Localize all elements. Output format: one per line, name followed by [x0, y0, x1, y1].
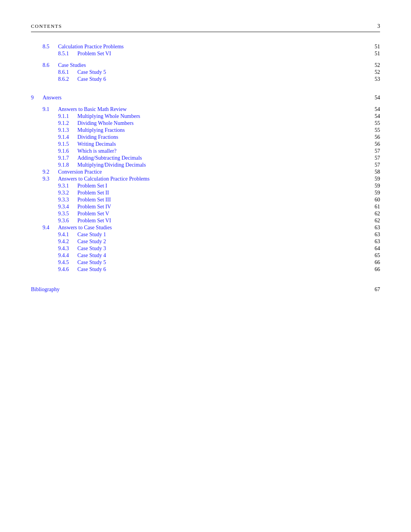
section-label-9-1: Answers to Basic Math Review	[58, 106, 127, 113]
toc-row-9-3-4[interactable]: 9.3.4 Problem Set IV 61	[58, 204, 380, 210]
section-num-9-1-2: 9.1.2	[58, 120, 77, 126]
page-8-6-2: 53	[368, 76, 380, 82]
section-num-9-2: 9.2	[43, 169, 58, 175]
page-9-4-2: 63	[368, 239, 380, 245]
toc-row-9-1[interactable]: 9.1 Answers to Basic Math Review 54	[43, 106, 380, 113]
dots-9-1-5	[118, 145, 366, 146]
dots-9-3-2	[111, 194, 366, 194]
page-9-4-3: 64	[368, 246, 380, 252]
section-label-9-4-5: Case Study 5	[77, 259, 106, 266]
section-num-8-5: 8.5	[43, 44, 58, 50]
section-num-9-4-5: 9.4.5	[58, 259, 77, 266]
toc-row-9-4-3[interactable]: 9.4.3 Case Study 3 64	[58, 246, 380, 252]
section-num-8-6-2: 8.6.2	[58, 76, 77, 82]
section-label-9-4-6: Case Study 6	[77, 266, 106, 273]
toc-row-9-4-4[interactable]: 9.4.4 Case Study 4 65	[58, 252, 380, 259]
section-label-8-6: Case Studies	[58, 62, 86, 68]
section-num-9-3-2: 9.3.2	[58, 190, 77, 196]
section-num-9-3-1: 9.3.1	[58, 183, 77, 189]
toc-row-9[interactable]: 9 Answers 54	[31, 95, 380, 101]
section-num-9-4-4: 9.4.4	[58, 252, 77, 259]
section-label-9-1-7: Adding/Subtracting Decimals	[77, 155, 142, 161]
dots-9-3-5	[111, 215, 366, 215]
bibliography-label: Bibliography	[31, 286, 60, 293]
section-label-9-1-1: Multiplying Whole Numbers	[77, 113, 140, 119]
page-9-1-1: 54	[368, 113, 380, 119]
section-num-9-1-4: 9.1.4	[58, 134, 77, 140]
section-label-8-6-1: Case Study 5	[77, 69, 106, 75]
toc-row-9-1-8[interactable]: 9.1.8 Multiplying/Dividing Decimals 57	[58, 162, 380, 168]
toc-row-9-1-3[interactable]: 9.1.3 Multiplying Fractions 55	[58, 127, 380, 133]
page-8-5-1: 51	[368, 51, 380, 57]
page-9-1-8: 57	[368, 162, 380, 168]
section-8-6: 8.6 Case Studies 52 8.6.1 Case Study 5 5…	[31, 62, 380, 82]
chapter-num-9: 9	[31, 95, 43, 101]
toc-row-9-3-5[interactable]: 9.3.5 Problem Set V 62	[58, 211, 380, 217]
toc-row-9-4-1[interactable]: 9.4.1 Case Study 1 63	[58, 232, 380, 238]
toc-row-9-3-3[interactable]: 9.3.3 Problem Set III 60	[58, 197, 380, 203]
toc-row-9-1-6[interactable]: 9.1.6 Which is smaller? 57	[58, 148, 380, 154]
page-9-1-2: 55	[368, 120, 380, 126]
page-9-4-1: 63	[368, 232, 380, 238]
section-num-8-6: 8.6	[43, 62, 58, 68]
toc-row-9-1-7[interactable]: 9.1.7 Adding/Subtracting Decimals 57	[58, 155, 380, 161]
section-label-9-4: Answers to Case Studies	[58, 225, 112, 231]
section-num-8-5-1: 8.5.1	[58, 51, 77, 57]
dots-9-1-8	[148, 166, 366, 167]
section-label-9-3-1: Problem Set I	[77, 183, 107, 189]
toc-row-8-6[interactable]: 8.6 Case Studies 52	[43, 62, 380, 68]
section-num-9-4: 9.4	[43, 225, 58, 231]
toc-row-9-1-4[interactable]: 9.1.4 Dividing Fractions 56	[58, 134, 380, 140]
bibliography-page: 67	[368, 286, 380, 293]
toc-row-8-6-2[interactable]: 8.6.2 Case Study 6 53	[58, 76, 380, 82]
section-label-9-3-5: Problem Set V	[77, 211, 109, 217]
dots-9-4	[114, 229, 366, 229]
dots-8-6-2	[108, 80, 366, 81]
page-8-5: 51	[368, 44, 380, 50]
page-9-1-5: 56	[368, 141, 380, 147]
bibliography-row[interactable]: Bibliography 67	[31, 286, 380, 293]
toc-row-9-3-6[interactable]: 9.3.6 Problem Set VI 62	[58, 218, 380, 224]
section-num-9-3-5: 9.3.5	[58, 211, 77, 217]
section-label-9-4-4: Case Study 4	[77, 252, 106, 259]
toc-row-9-3-1[interactable]: 9.3.1 Problem Set I 59	[58, 183, 380, 189]
toc-row-9-4-2[interactable]: 9.4.2 Case Study 2 63	[58, 239, 380, 245]
toc-row-9-2[interactable]: 9.2 Conversion Practice 58	[43, 169, 380, 175]
section-label-9-1-3: Multiplying Fractions	[77, 127, 125, 133]
toc-row-9-1-5[interactable]: 9.1.5 Writing Decimals 56	[58, 141, 380, 147]
toc-row-8-5-1[interactable]: 8.5.1 Problem Set VI 51	[58, 51, 380, 57]
page-header: CONTENTS 3	[31, 23, 380, 32]
page-9-3-4: 61	[368, 204, 380, 210]
toc-row-9-3[interactable]: 9.3 Answers to Calculation Practice Prob…	[43, 176, 380, 182]
toc-row-9-4-5[interactable]: 9.4.5 Case Study 5 66	[58, 259, 380, 266]
section-num-8-6-1: 8.6.1	[58, 69, 77, 75]
dots-9-3-6	[113, 222, 366, 222]
section-label-9-3-2: Problem Set II	[77, 190, 109, 196]
section-num-9-3-3: 9.3.3	[58, 197, 77, 203]
toc-row-8-5[interactable]: 8.5 Calculation Practice Problems 51	[43, 44, 380, 50]
toc-row-9-4[interactable]: 9.4 Answers to Case Studies 63	[43, 225, 380, 231]
section-label-9-1-6: Which is smaller?	[77, 148, 116, 154]
dots-8-6	[88, 66, 366, 67]
page-9-3: 59	[368, 176, 380, 182]
toc-row-9-1-1[interactable]: 9.1.1 Multiplying Whole Numbers 54	[58, 113, 380, 119]
dots-9-4-2	[108, 243, 366, 243]
section-num-9-4-1: 9.4.1	[58, 232, 77, 238]
section-num-9-1-1: 9.1.1	[58, 113, 77, 119]
page-9-1-3: 55	[368, 127, 380, 133]
page-9-1-4: 56	[368, 134, 380, 140]
page-9-4-5: 66	[368, 259, 380, 266]
section-label-9-4-3: Case Study 3	[77, 246, 106, 252]
section-label-9-3-4: Problem Set IV	[77, 204, 111, 210]
section-label-9-4-2: Case Study 2	[77, 239, 106, 245]
page-9-4-4: 65	[368, 252, 380, 259]
page-9-3-5: 62	[368, 211, 380, 217]
section-num-9-3: 9.3	[43, 176, 58, 182]
toc-row-9-3-2[interactable]: 9.3.2 Problem Set II 59	[58, 190, 380, 196]
dots-9-1-2	[136, 124, 366, 125]
toc-row-9-4-6[interactable]: 9.4.6 Case Study 6 66	[58, 266, 380, 273]
toc-row-8-6-1[interactable]: 8.6.1 Case Study 5 52	[58, 69, 380, 75]
section-label-9-1-2: Dividing Whole Numbers	[77, 120, 134, 126]
section-label-8-5-1: Problem Set VI	[77, 51, 111, 57]
toc-row-9-1-2[interactable]: 9.1.2 Dividing Whole Numbers 55	[58, 120, 380, 126]
